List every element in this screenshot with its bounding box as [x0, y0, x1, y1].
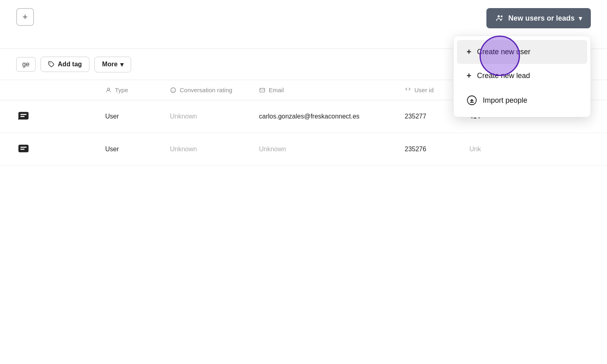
person-icon [105, 87, 112, 93]
svg-point-13 [107, 88, 109, 90]
create-new-user-item[interactable]: + Create new user [457, 40, 587, 64]
svg-point-0 [497, 15, 500, 18]
page-label: ge [16, 57, 36, 72]
more-button[interactable]: More ▾ [94, 57, 131, 72]
top-bar: + New users or leads ▾ [0, 0, 607, 36]
arrows-icon [405, 87, 411, 93]
email-header-label: Email [269, 87, 284, 93]
dropdown-menu: + Create new user + Create new lead Impo… [453, 36, 591, 117]
more-label: More [102, 61, 117, 68]
add-tag-button[interactable]: Add tag [40, 57, 90, 72]
date-cell-2: Unk [469, 146, 502, 153]
email-cell-2: Unknown [259, 146, 405, 153]
people-icon [495, 14, 504, 23]
email-icon [259, 87, 265, 93]
new-users-button[interactable]: New users or leads ▾ [486, 8, 591, 28]
svg-point-1 [501, 15, 503, 17]
type-header-label: Type [115, 87, 128, 93]
svg-rect-17 [260, 88, 265, 92]
table-row[interactable]: User Unknown Unknown 235276 Unk [0, 133, 607, 166]
conversation-rating-cell: Unknown [170, 113, 259, 120]
conversation-rating-cell-2: Unknown [170, 146, 259, 153]
chat-icon [16, 109, 31, 124]
user-id-header-label: User id [414, 87, 434, 93]
svg-rect-25 [19, 145, 29, 152]
conversation-rating-column-header: Conversation rating [170, 87, 259, 93]
type-cell-2: User [105, 146, 170, 153]
type-column-header: Type [105, 87, 170, 93]
email-column-header: Email [259, 87, 405, 93]
import-people-item[interactable]: Import people [457, 88, 587, 113]
import-people-label: Import people [483, 96, 527, 105]
svg-point-16 [174, 89, 174, 90]
new-users-label: New users or leads [508, 14, 575, 23]
smiley-icon [170, 87, 176, 93]
plus-icon: + [467, 47, 471, 57]
svg-rect-22 [19, 112, 29, 120]
email-cell: carlos.gonzales@freskaconnect.es [259, 113, 405, 120]
create-new-user-label: Create new user [477, 48, 531, 56]
chat-icon-2 [16, 142, 31, 157]
svg-point-15 [172, 89, 172, 90]
type-cell: User [105, 113, 170, 120]
more-chevron-icon: ▾ [120, 61, 123, 68]
tag-icon [48, 61, 55, 68]
upload-icon [467, 95, 477, 106]
add-tag-label: Add tag [58, 61, 82, 68]
svg-point-14 [171, 88, 176, 93]
create-new-lead-item[interactable]: + Create new lead [457, 64, 587, 88]
plus-icon-2: + [467, 71, 471, 80]
svg-point-3 [49, 63, 50, 63]
user-id-cell-2: 235276 [405, 146, 469, 153]
create-new-lead-label: Create new lead [477, 72, 530, 80]
conversation-rating-header-label: Conversation rating [180, 87, 232, 93]
chevron-down-icon: ▾ [579, 15, 582, 22]
add-button[interactable]: + [16, 8, 34, 26]
